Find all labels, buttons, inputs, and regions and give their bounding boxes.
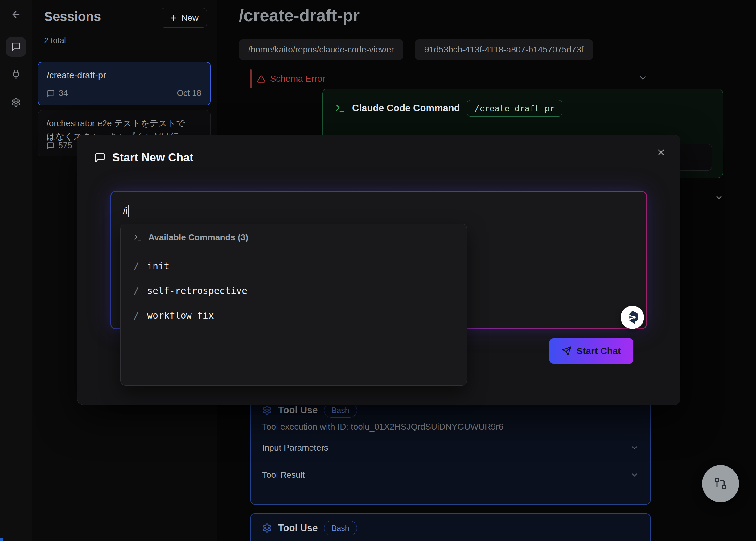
input-parameters-toggle[interactable]: Input Parameters [262, 443, 639, 453]
back-button[interactable] [0, 0, 32, 29]
tool-card-header: Tool Use Bash [262, 521, 357, 535]
session-item-create-draft-pr[interactable]: /create-draft-pr 34 Oct 18 [38, 62, 210, 106]
commands-list: / init / self-retrospective / workflow-f… [121, 254, 467, 327]
command-card-title: Claude Code Command [352, 103, 460, 114]
nav-settings-button[interactable] [6, 93, 26, 112]
chat-bubble-icon [47, 142, 55, 150]
available-commands-dropdown: Available Commands (3) / init / self-ret… [120, 224, 467, 385]
new-session-label: New [181, 13, 198, 23]
sessions-count: 2 total [44, 36, 66, 45]
chat-bubble-icon [94, 152, 106, 163]
command-badge: /create-draft-pr [467, 100, 563, 117]
command-item-init[interactable]: / init [121, 254, 467, 278]
send-icon [562, 346, 571, 356]
bash-badge: Bash [324, 403, 357, 418]
rail-scroll-indicator [0, 538, 3, 541]
schema-error-label: Schema Error [270, 74, 325, 84]
git-compare-fab[interactable] [702, 465, 739, 502]
gear-icon [11, 98, 21, 107]
app-root: Sessions New 2 total /create-draft-pr 34… [0, 0, 756, 541]
error-accent-bar [250, 69, 252, 88]
start-chat-button[interactable]: Start Chat [550, 338, 633, 364]
dropdown-divider [121, 251, 467, 252]
session-date: Oct 18 [177, 89, 201, 98]
chevron-down-icon [630, 443, 639, 452]
arrow-left-icon [11, 9, 21, 20]
session-message-count: 575 [58, 141, 72, 151]
command-item-workflow-fix[interactable]: / workflow-fix [121, 303, 467, 327]
chevron-down-icon[interactable] [714, 193, 724, 202]
session-id-chip: 91d53bcb-413f-4118-a807-b1457075d73f [415, 40, 592, 60]
terminal-prompt-icon [134, 233, 142, 242]
tool-result-toggle[interactable]: Tool Result [262, 470, 639, 480]
tool-result-label: Tool Result [262, 470, 305, 480]
terminal-prompt-icon [335, 103, 345, 114]
input-parameters-label: Input Parameters [262, 443, 328, 453]
page-title: /create-draft-pr [239, 6, 359, 25]
nav-plugins-button[interactable] [6, 65, 26, 85]
text-caret [128, 206, 129, 217]
session-title: /create-draft-pr [47, 70, 201, 81]
extension-badge[interactable] [621, 306, 644, 329]
plug-icon [11, 70, 21, 80]
tool-use-card-1: Tool Use Bash Tool execution with ID: to… [250, 395, 650, 505]
commands-header-label: Available Commands (3) [148, 233, 248, 243]
tool-use-card-2: Tool Use Bash Tool execution with ID: to… [250, 513, 650, 541]
schema-error-row[interactable]: Schema Error [250, 69, 650, 89]
repo-path-chip: /home/kaito/repos/claude-code-viewer [239, 40, 403, 60]
new-session-button[interactable]: New [161, 8, 207, 28]
tool-execution-id: Tool execution with ID: toolu_01X2HSJQrd… [262, 422, 504, 432]
tool-execution-id: Tool execution with ID: toolu_01NnZaey4r… [262, 540, 486, 541]
chat-input-value: /i [123, 206, 129, 217]
plus-icon [169, 14, 178, 22]
chevron-down-icon[interactable] [638, 73, 647, 83]
start-new-chat-modal: Start New Chat /i Av [77, 135, 680, 405]
bash-badge: Bash [324, 521, 357, 535]
nav-chat-button[interactable] [6, 37, 26, 57]
chevron-down-icon [630, 471, 639, 479]
icon-rail [0, 0, 32, 541]
start-chat-label: Start Chat [576, 346, 621, 356]
warning-triangle-icon [257, 75, 265, 83]
sessions-panel-title: Sessions [44, 9, 101, 24]
modal-title: Start New Chat [112, 151, 193, 164]
git-compare-icon [713, 476, 728, 491]
gear-icon [262, 523, 272, 533]
chat-bubble-icon [47, 90, 55, 98]
hexagon-chat-share-icon [624, 309, 640, 325]
gear-icon [262, 405, 272, 415]
modal-header: Start New Chat [94, 151, 193, 164]
tool-use-title: Tool Use [278, 522, 318, 534]
command-card-header: Claude Code Command /create-draft-pr [335, 100, 563, 117]
command-item-self-retrospective[interactable]: / self-retrospective [121, 278, 467, 303]
close-icon[interactable] [656, 148, 666, 157]
sessions-header: Sessions New 2 total [32, 0, 217, 57]
commands-dropdown-header: Available Commands (3) [134, 233, 248, 243]
tool-use-title: Tool Use [278, 405, 318, 416]
session-info-chips: /home/kaito/repos/claude-code-viewer 91d… [239, 40, 593, 60]
chat-bubble-icon [11, 42, 21, 52]
session-message-count: 34 [59, 89, 68, 98]
tool-card-header: Tool Use Bash [262, 403, 357, 418]
session-meta: 34 Oct 18 [47, 89, 201, 98]
